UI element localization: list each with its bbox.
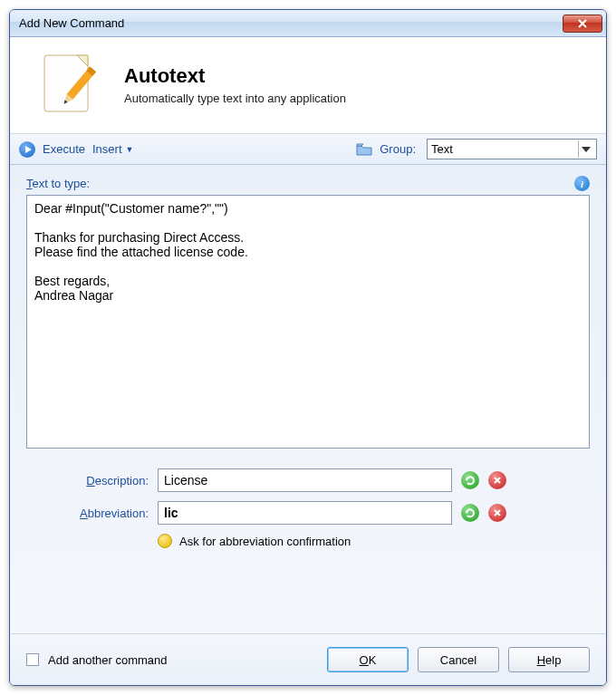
- refresh-icon: [465, 507, 476, 518]
- footer: Add another command OK Cancel Help: [10, 633, 606, 685]
- header-text: Autotext Automatically type text into an…: [124, 64, 346, 105]
- close-button[interactable]: [563, 14, 602, 33]
- group-label: Group:: [380, 142, 416, 156]
- execute-icon: [19, 141, 35, 158]
- ok-button[interactable]: OK: [327, 647, 409, 672]
- x-icon: [493, 476, 502, 485]
- chevron-down-icon: ▼: [126, 145, 134, 154]
- toolbar: Execute Insert ▼ Group: Text: [10, 134, 606, 165]
- abbreviation-input[interactable]: [158, 501, 452, 525]
- folder-icon: [356, 143, 372, 156]
- add-another-checkbox[interactable]: [26, 653, 39, 666]
- svg-marker-5: [582, 147, 591, 152]
- insert-dropdown[interactable]: Insert ▼: [92, 142, 133, 156]
- confirmation-label: Ask for abbreviation confirmation: [179, 535, 351, 548]
- text-to-type-input[interactable]: [26, 195, 590, 449]
- help-button[interactable]: Help: [508, 647, 590, 672]
- refresh-description-button[interactable]: [461, 471, 479, 489]
- clear-description-button[interactable]: [488, 471, 506, 489]
- autotext-icon: [35, 50, 104, 119]
- cancel-button[interactable]: Cancel: [418, 647, 499, 672]
- chevron-down-icon: [578, 140, 592, 158]
- clear-abbreviation-button[interactable]: [488, 504, 506, 522]
- header-subtitle: Automatically type text into any applica…: [124, 92, 346, 105]
- group-select[interactable]: Text: [427, 139, 597, 159]
- description-label: Description:: [26, 474, 149, 487]
- close-icon: [577, 19, 588, 28]
- titlebar: Add New Command: [10, 10, 606, 37]
- dialog-window: Add New Command Autotext Automatically t…: [9, 9, 607, 686]
- add-another-label: Add another command: [48, 653, 168, 667]
- bullet-icon: [158, 534, 172, 548]
- header: Autotext Automatically type text into an…: [10, 37, 606, 134]
- description-input[interactable]: [158, 468, 452, 492]
- text-to-type-label: TText to type:ext to type:: [26, 177, 574, 190]
- x-icon: [493, 508, 502, 517]
- refresh-abbreviation-button[interactable]: [461, 504, 479, 522]
- content-area: TText to type:ext to type: i Description…: [10, 165, 606, 633]
- execute-button[interactable]: Execute: [43, 142, 85, 156]
- header-title: Autotext: [124, 64, 346, 88]
- abbreviation-label: Abbreviation:: [26, 507, 149, 520]
- refresh-icon: [465, 475, 476, 486]
- window-title: Add New Command: [19, 16, 563, 30]
- info-icon[interactable]: i: [574, 176, 590, 191]
